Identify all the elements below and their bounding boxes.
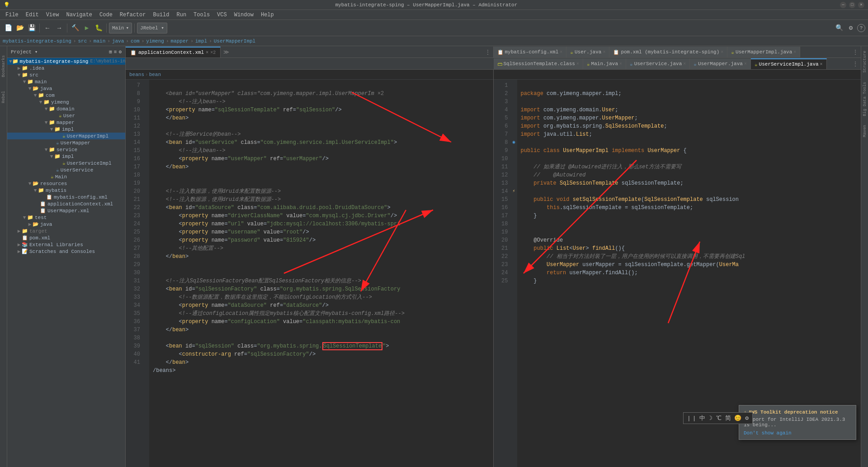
close-icon-userserviceimpl[interactable]: × [820, 62, 823, 67]
close-button[interactable]: × [858, 2, 864, 8]
nav-yimeng[interactable]: yimeng [146, 38, 164, 44]
rebel-panel-tab[interactable]: Rebel [1, 91, 6, 103]
tree-usermapper[interactable]: ☕ UserMapper [7, 139, 125, 146]
menu-edit[interactable]: Edit [22, 11, 42, 19]
tree-service-impl[interactable]: ▼ 📁 impl [7, 153, 125, 160]
toolbar-run[interactable]: ▶ [81, 23, 92, 33]
nav-project[interactable]: mybatis-integrate-sping [3, 38, 71, 44]
tree-com[interactable]: ▼ 📁 com [7, 92, 125, 99]
tab-userserviceimpl[interactable]: ☕ UserServiceImpl.java × [751, 58, 827, 69]
tab-usermapper-java[interactable]: ☕ UserMapper.java × [690, 58, 751, 69]
nav-mapper[interactable]: mapper [171, 38, 189, 44]
menu-vcs[interactable]: VCS [213, 11, 231, 19]
tab-usermapperimpl[interactable]: ☕ UserMapperImpl.java × [727, 47, 800, 57]
tab-applicationcontext[interactable]: 📋 applicationContext.xml × ×2 [126, 47, 221, 57]
close-icon-main[interactable]: × [619, 62, 622, 67]
close-icon-userservice[interactable]: × [683, 62, 686, 67]
editor-more-menu[interactable]: ⋮ [482, 47, 493, 57]
filter-icon[interactable]: ≡ [114, 49, 117, 55]
tree-test-java[interactable]: ▶ 📂 java [7, 221, 125, 228]
close-icon-pom[interactable]: × [721, 50, 723, 55]
nav-com[interactable]: com [131, 38, 140, 44]
tree-scratches[interactable]: ▶ 📝 Scratches and Consoles [7, 248, 125, 255]
search-btn[interactable]: 🔍 [834, 23, 844, 33]
left-code-content[interactable]: 7891011 1213141516 1718192021 2223242526… [126, 80, 493, 467]
tree-java[interactable]: ▼ 📂 java [7, 85, 125, 92]
toolbar-save[interactable]: 💾 [26, 23, 37, 33]
tree-mapper[interactable]: ▼ 📁 mapper [7, 119, 125, 126]
bigdata-panel-tab[interactable]: Big Data Tools [863, 82, 867, 116]
tree-appcontext[interactable]: 📋 applicationContext.xml [7, 200, 125, 207]
help-btn[interactable]: ? [857, 24, 865, 32]
tree-domain[interactable]: ▼ 📁 domain [7, 105, 125, 112]
minimize-button[interactable]: ─ [840, 2, 846, 8]
tree-target[interactable]: ▶ 📁 target [7, 228, 125, 234]
tree-main-java[interactable]: ☕ Main [7, 173, 125, 180]
menu-build[interactable]: Build [149, 11, 173, 19]
menu-window[interactable]: Window [231, 11, 257, 19]
tab-main-java[interactable]: ☕ Main.java × [583, 58, 626, 69]
tree-pom[interactable]: 📋 pom.xml [7, 234, 125, 241]
nav-usermapperimpl[interactable]: UserMapperImpl [214, 38, 255, 44]
close-icon-usermapperimpl[interactable]: × [793, 50, 796, 55]
structure-panel-tab[interactable]: Structure [863, 51, 867, 73]
tree-usermapperimpl[interactable]: ☕ UserMapperImpl [7, 133, 125, 139]
tab-user-java[interactable]: ☕ User.java × [566, 47, 609, 57]
menu-navigate[interactable]: Navigate [62, 11, 96, 19]
right-editor-more[interactable]: ⋮ [850, 47, 861, 57]
main-config-dropdown[interactable]: Main ▾ [109, 23, 132, 33]
tree-usermapper-xml[interactable]: 📋 UserMapper.xml [7, 207, 125, 214]
nav-java[interactable]: java [112, 38, 124, 44]
nav-main[interactable]: main [94, 38, 105, 44]
tree-userservice[interactable]: ☕ UserService [7, 167, 125, 173]
settings-btn[interactable]: ⚙ [845, 23, 856, 33]
menu-tools[interactable]: Tools [190, 11, 213, 19]
bookmarks-panel-tab[interactable]: Bookmarks [1, 55, 6, 77]
nav-src[interactable]: src [78, 38, 87, 44]
close-icon-appcontext[interactable]: × [206, 50, 208, 55]
toolbar-back[interactable]: ← [42, 23, 53, 33]
tree-src[interactable]: ▼ 📁 src [7, 71, 125, 78]
toolbar-build[interactable]: 🔨 [70, 23, 80, 33]
close-icon-usermapper-java[interactable]: × [744, 62, 747, 67]
tree-mybatis-config[interactable]: 📋 mybatis-config.xml [7, 194, 125, 200]
close-icon-user[interactable]: × [603, 50, 605, 55]
menu-help[interactable]: Help [257, 11, 278, 19]
close-icon-sqlsession[interactable]: × [576, 62, 579, 67]
nav-impl[interactable]: impl [195, 38, 207, 44]
tree-root[interactable]: ▼ 📁 mybatis-integrate-sping E:\mybatis-i… [7, 58, 125, 65]
tree-mapper-impl[interactable]: ▼ 📁 impl [7, 126, 125, 133]
close-icon-mybatis[interactable]: × [560, 50, 562, 55]
sort-icon[interactable]: ⊞ [109, 49, 112, 55]
tree-resources[interactable]: ▼ 📂 resources [7, 180, 125, 187]
tree-yimeng[interactable]: ▼ 📁 yimeng [7, 99, 125, 105]
toolbar-new[interactable]: 📄 [3, 23, 14, 33]
tree-main[interactable]: ▼ 📁 main [7, 78, 125, 85]
settings-icon[interactable]: ⚙ [118, 49, 122, 55]
bc-beans[interactable]: beans [129, 72, 144, 77]
toolbar-forward[interactable]: → [54, 23, 65, 33]
toolbar-open[interactable]: 📂 [14, 23, 25, 33]
menu-code[interactable]: Code [96, 11, 116, 19]
tab-pom[interactable]: 📋 pom.xml (mybatis-integrate-sping) × [609, 47, 727, 57]
right-editor-more2[interactable]: ⋮ [850, 58, 861, 69]
jrebel-btn[interactable]: JRebel ▾ [137, 23, 167, 33]
window-controls[interactable]: ─ □ × [840, 2, 864, 8]
tab-sqlsessiontemplate[interactable]: 🗃 SqlSessionTemplate.class × [494, 58, 583, 69]
tab-mybatis-config[interactable]: 📋 mybatis-config.xml × [494, 47, 567, 57]
aws-dont-show-link[interactable]: Don't show again [744, 430, 851, 436]
tab-userservice-java[interactable]: ☕ UserService.java × [626, 58, 690, 69]
tree-test[interactable]: ▼ 📁 test [7, 214, 125, 221]
tree-ext-libs[interactable]: ▶ 📚 External Libraries [7, 241, 125, 248]
menu-refactor[interactable]: Refactor [116, 11, 150, 19]
menu-view[interactable]: View [42, 11, 63, 19]
tree-service[interactable]: ▼ 📁 service [7, 146, 125, 153]
tree-mybatis[interactable]: ▼ 📁 mybatis [7, 187, 125, 194]
tree-idea[interactable]: ▶ 📁 .idea [7, 65, 125, 71]
tree-user-java[interactable]: ☕ User [7, 112, 125, 119]
tab-more-button[interactable]: ≫ [221, 47, 232, 57]
menu-run[interactable]: Run [173, 11, 190, 19]
maximize-button[interactable]: □ [849, 2, 855, 8]
tree-userserviceimpl[interactable]: ☕ UserServiceImpl [7, 160, 125, 167]
bc-bean[interactable]: bean [149, 72, 161, 77]
